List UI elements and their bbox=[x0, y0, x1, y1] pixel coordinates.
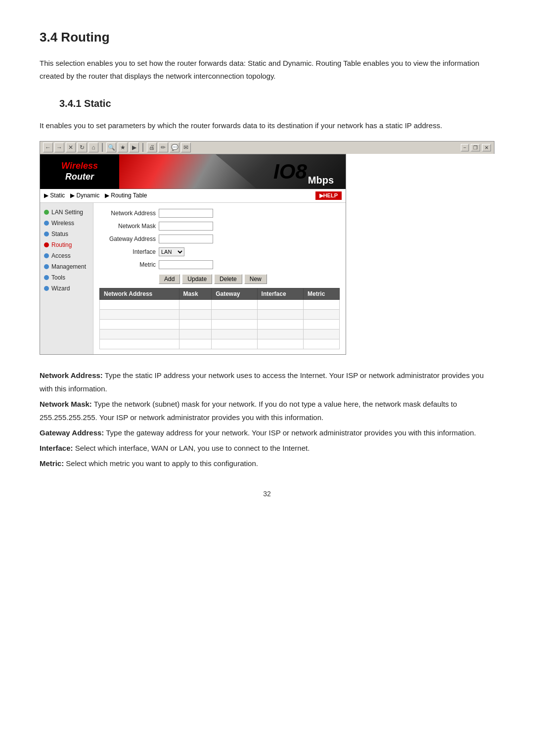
cell-metric bbox=[304, 339, 340, 349]
desc-network-address-text: Type the static IP address your network … bbox=[40, 371, 484, 393]
desc-interface-bold: Interface: bbox=[40, 444, 73, 452]
table-row bbox=[100, 319, 340, 329]
interface-select[interactable]: LAN WAN bbox=[159, 247, 184, 256]
desc-network-mask: Network Mask: Type the network (subnet) … bbox=[40, 397, 494, 424]
banner-graphic bbox=[119, 154, 257, 189]
gateway-address-row: Gateway Address bbox=[99, 234, 340, 244]
desc-network-mask-bold: Network Mask: bbox=[40, 400, 92, 408]
nav-static[interactable]: ▶ Static bbox=[44, 192, 65, 199]
cell-gateway bbox=[212, 319, 257, 329]
gateway-address-input[interactable] bbox=[159, 235, 213, 243]
routing-table: Network Address Mask Gateway Interface M… bbox=[99, 288, 340, 349]
metric-input[interactable] bbox=[159, 260, 213, 269]
print-icon[interactable]: 🖨 bbox=[147, 142, 157, 152]
back-icon[interactable]: ← bbox=[43, 142, 53, 152]
separator bbox=[102, 143, 103, 152]
add-button[interactable]: Add bbox=[159, 274, 180, 284]
section-title: 3.4 Routing bbox=[40, 30, 494, 45]
interface-row: Interface LAN WAN bbox=[99, 246, 340, 257]
sidebar-item-status[interactable]: Status bbox=[40, 229, 93, 239]
cell-metric bbox=[304, 329, 340, 339]
desc-network-address: Network Address: Type the static IP addr… bbox=[40, 369, 494, 395]
desc-metric-text: Select which metric you want to apply to… bbox=[66, 459, 258, 468]
sidebar-label-routing: Routing bbox=[51, 241, 72, 248]
restore-button[interactable]: ❐ bbox=[471, 144, 480, 151]
desc-gateway-address-bold: Gateway Address: bbox=[40, 428, 104, 437]
desc-gateway-address: Gateway Address: Type the gateway addres… bbox=[40, 426, 494, 439]
table-row bbox=[100, 299, 340, 309]
edit-icon[interactable]: ✏ bbox=[158, 142, 168, 152]
desc-network-mask-text: Type the network (subnet) mask for your … bbox=[40, 400, 457, 422]
cell-interface bbox=[257, 329, 303, 339]
nav-routing-table[interactable]: ▶ Routing Table bbox=[105, 192, 147, 199]
desc-network-address-bold: Network Address: bbox=[40, 371, 103, 379]
nav-static-label: ▶ Static bbox=[44, 192, 65, 199]
refresh-icon[interactable]: ↻ bbox=[77, 142, 87, 152]
browser-toolbar: ← → ✕ ↻ ⌂ 🔍 ★ ▶ 🖨 ✏ 💬 ✉ − ❐ ✕ bbox=[40, 141, 494, 154]
sidebar-dot bbox=[44, 210, 49, 215]
subsection-title: 3.4.1 Static bbox=[40, 98, 494, 109]
col-interface: Interface bbox=[257, 288, 303, 299]
cell-network bbox=[100, 319, 179, 329]
sidebar-item-wireless[interactable]: Wireless bbox=[40, 218, 93, 229]
sub-intro-text: It enables you to set parameters by whic… bbox=[40, 119, 494, 132]
network-mask-label: Network Mask bbox=[99, 223, 159, 230]
metric-label: Metric bbox=[99, 261, 159, 268]
cell-network bbox=[100, 309, 179, 319]
nav-dynamic-label: ▶ Dynamic bbox=[70, 192, 99, 199]
cell-interface bbox=[257, 299, 303, 309]
browser-extra-icons: 🔍 ★ ▶ bbox=[106, 142, 139, 152]
cell-gateway bbox=[212, 329, 257, 339]
cell-metric bbox=[304, 299, 340, 309]
sidebar-item-management[interactable]: Management bbox=[40, 261, 93, 272]
cell-metric bbox=[304, 309, 340, 319]
minimize-button[interactable]: − bbox=[461, 144, 469, 151]
sidebar-dot bbox=[44, 221, 49, 226]
network-mask-input[interactable] bbox=[159, 222, 213, 231]
sidebar-item-access[interactable]: Access bbox=[40, 250, 93, 261]
favorites-icon[interactable]: ★ bbox=[118, 142, 128, 152]
new-button[interactable]: New bbox=[244, 274, 267, 284]
interface-label: Interface bbox=[99, 248, 159, 255]
update-button[interactable]: Update bbox=[182, 274, 212, 284]
router-window: Wireless Router IO8 Mbps ▶ Static ▶ Dyna… bbox=[40, 154, 346, 355]
sidebar-item-tools[interactable]: Tools bbox=[40, 272, 93, 283]
description-block: Network Address: Type the static IP addr… bbox=[40, 369, 494, 470]
network-mask-row: Network Mask bbox=[99, 221, 340, 232]
close-button[interactable]: ✕ bbox=[482, 144, 491, 151]
cell-interface bbox=[257, 339, 303, 349]
action-buttons: Add Update Delete New bbox=[159, 274, 340, 284]
table-row bbox=[100, 309, 340, 319]
network-address-input[interactable] bbox=[159, 209, 213, 218]
separator2 bbox=[142, 143, 143, 152]
forward-icon[interactable]: → bbox=[54, 142, 64, 152]
sidebar-item-lan-setting[interactable]: LAN Setting bbox=[40, 207, 93, 218]
browser-nav-icons: ← → ✕ ↻ ⌂ bbox=[43, 142, 98, 152]
router-body: LAN Setting Wireless Status Routing Acce… bbox=[40, 203, 346, 354]
sidebar-label-status: Status bbox=[51, 231, 68, 237]
table-row bbox=[100, 339, 340, 349]
cell-interface bbox=[257, 309, 303, 319]
discuss-icon[interactable]: 💬 bbox=[170, 142, 179, 152]
metric-row: Metric bbox=[99, 259, 340, 270]
sidebar-item-routing[interactable]: Routing bbox=[40, 239, 93, 250]
col-network-address: Network Address bbox=[100, 288, 179, 299]
sidebar-label-wireless: Wireless bbox=[51, 220, 74, 227]
stop-icon[interactable]: ✕ bbox=[66, 142, 76, 152]
nav-dynamic[interactable]: ▶ Dynamic bbox=[70, 192, 99, 199]
desc-interface-text: Select which interface, WAN or LAN, you … bbox=[75, 444, 310, 452]
logo-router-text: Router bbox=[65, 172, 94, 183]
search-icon[interactable]: 🔍 bbox=[106, 142, 116, 152]
desc-metric: Metric: Select which metric you want to … bbox=[40, 457, 494, 470]
mail-icon[interactable]: ✉ bbox=[181, 142, 191, 152]
sidebar-item-wizard[interactable]: Wizard bbox=[40, 283, 93, 294]
logo-wireless-text: Wireless bbox=[61, 161, 98, 172]
media-icon[interactable]: ▶ bbox=[129, 142, 139, 152]
help-button[interactable]: ▶HELP bbox=[315, 191, 342, 200]
sidebar-label-wizard: Wizard bbox=[51, 285, 70, 292]
page-number: 32 bbox=[40, 490, 494, 498]
sidebar-dot bbox=[44, 286, 49, 291]
home-icon[interactable]: ⌂ bbox=[89, 142, 98, 152]
delete-button[interactable]: Delete bbox=[214, 274, 242, 284]
desc-metric-bold: Metric: bbox=[40, 459, 64, 468]
